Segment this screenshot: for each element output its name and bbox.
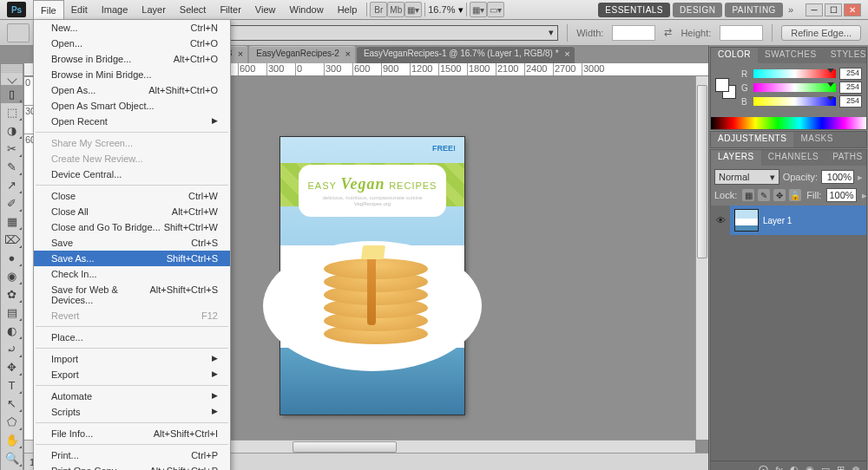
menu-item-open-recent[interactable]: Open Recent▶ [34, 114, 230, 129]
tool-15[interactable]: ✥ [1, 358, 23, 376]
lock-option-icon[interactable]: ✎ [758, 189, 770, 201]
menu-view[interactable]: View [248, 0, 283, 19]
workspace-essentials[interactable]: ESSENTIALS [598, 3, 670, 17]
screen-mode-icon[interactable]: ▭▾ [487, 2, 504, 17]
layers-footer-icon[interactable]: 🗑 [852, 465, 861, 471]
panel-tab-styles[interactable]: STYLES [824, 48, 868, 63]
view-extras-icon[interactable]: ▦▾ [404, 2, 422, 17]
layers-footer-icon[interactable]: ⊞ [837, 464, 845, 470]
menu-item-file-info[interactable]: File Info...Alt+Shift+Ctrl+I [34, 426, 230, 441]
tool-6[interactable]: ✐ [1, 194, 23, 212]
layer-name[interactable]: Layer 1 [763, 216, 792, 225]
tool-9[interactable]: ● [1, 249, 23, 267]
menu-item-print[interactable]: Print...Ctrl+P [34, 447, 230, 463]
menu-item-close[interactable]: CloseCtrl+W [34, 188, 230, 204]
arrange-documents-icon[interactable]: ▦▾ [470, 2, 487, 17]
color-ramp[interactable] [711, 117, 866, 129]
menu-item-scripts[interactable]: Scripts▶ [34, 404, 230, 420]
tool-4[interactable]: ✎ [1, 158, 23, 176]
layer-thumbnail[interactable] [734, 209, 759, 232]
tool-11[interactable]: ✿ [1, 285, 23, 304]
panel-tab-adjustments[interactable]: ADJUSTMENTS [711, 132, 793, 147]
menu-item-open[interactable]: Open...Ctrl+O [34, 36, 230, 51]
color-swatch[interactable] [715, 78, 736, 99]
mode-select[interactable]: Normal▾ [183, 25, 558, 41]
menu-item-print-one-copy[interactable]: Print One CopyAlt+Shift+Ctrl+P [34, 463, 230, 470]
scrollbar-vertical[interactable] [695, 76, 708, 440]
layers-footer-icon[interactable]: ◐ [790, 464, 799, 470]
tool-3[interactable]: ✂ [1, 140, 23, 158]
lock-option-icon[interactable]: 🔒 [789, 189, 801, 201]
menu-item-export[interactable]: Export▶ [34, 367, 230, 382]
blend-mode-select[interactable]: Normal▾ [714, 169, 779, 185]
menu-item-close-and-go-to-bridge[interactable]: Close and Go To Bridge...Shift+Ctrl+W [34, 219, 230, 235]
menu-item-device-central[interactable]: Device Central... [34, 166, 230, 182]
tool-13[interactable]: ◐ [1, 322, 23, 340]
menu-item-close-all[interactable]: Close AllAlt+Ctrl+W [34, 204, 230, 219]
tool-8[interactable]: ⌦ [1, 231, 23, 249]
menu-item-automate[interactable]: Automate▶ [34, 388, 230, 404]
tool-20[interactable]: 🔍 [1, 449, 23, 467]
workspace-painting[interactable]: PAINTING [725, 3, 782, 17]
fill-input[interactable]: 100% [826, 188, 856, 202]
tool-19[interactable]: ✋ [1, 431, 23, 449]
b-slider[interactable] [753, 97, 836, 106]
menu-help[interactable]: Help [331, 0, 365, 19]
width-field[interactable] [612, 25, 655, 41]
panel-tab-masks[interactable]: MASKS [793, 132, 840, 147]
tool-0[interactable]: ▯ [1, 85, 23, 103]
height-field[interactable] [720, 25, 763, 41]
minimize-button[interactable]: ─ [806, 3, 823, 16]
tool-preset-icon[interactable] [7, 23, 30, 42]
lock-option-icon[interactable]: ✥ [773, 189, 786, 201]
menu-select[interactable]: Select [173, 0, 214, 19]
menu-edit[interactable]: Edit [64, 0, 95, 19]
menu-item-open-as-smart-object[interactable]: Open As Smart Object... [34, 98, 230, 114]
close-button[interactable]: ✕ [844, 3, 861, 16]
workspace-more[interactable]: » [788, 4, 793, 15]
bridge-icon[interactable]: Br [370, 2, 387, 17]
menu-window[interactable]: Window [283, 0, 331, 19]
b-value[interactable]: 254 [839, 95, 862, 108]
tool-17[interactable]: ↖ [1, 395, 23, 413]
zoom-level-text[interactable]: 16.7% [428, 4, 455, 15]
tools-collapse-icon[interactable] [7, 74, 16, 83]
panel-tab-swatches[interactable]: SWATCHES [758, 48, 824, 63]
tool-16[interactable]: T [1, 376, 23, 395]
opacity-input[interactable]: 100% [821, 170, 854, 184]
tool-7[interactable]: ▦ [1, 212, 23, 231]
menu-item-open-as[interactable]: Open As...Alt+Shift+Ctrl+O [34, 82, 230, 98]
menu-layer[interactable]: Layer [135, 0, 173, 19]
menu-item-browse-in-bridge[interactable]: Browse in Bridge...Alt+Ctrl+O [34, 51, 230, 67]
tool-14[interactable]: ⤾ [1, 340, 23, 358]
layers-footer-icon[interactable]: ⨀ [759, 464, 768, 470]
menu-item-import[interactable]: Import▶ [34, 351, 230, 367]
menu-item-check-in[interactable]: Check In... [34, 266, 230, 282]
minibridge-icon[interactable]: Mb [387, 2, 404, 17]
menu-item-save-for-web-devices[interactable]: Save for Web & Devices...Alt+Shift+Ctrl+… [34, 282, 230, 308]
layer-visibility-icon[interactable]: 👁 [711, 206, 730, 235]
tool-12[interactable]: ▤ [1, 304, 23, 322]
layers-footer-icon[interactable]: ▭ [821, 464, 830, 470]
close-tab-icon[interactable]: × [564, 49, 569, 59]
layers-footer-icon[interactable]: fx [775, 465, 783, 471]
document-tab[interactable]: EasyVeganRecipes-1 @ 16.7% (Layer 1, RGB… [357, 46, 575, 63]
document-canvas[interactable]: FREE! EASY Vegan RECIPES delicious, nutr… [280, 137, 464, 415]
close-tab-icon[interactable]: × [238, 49, 243, 59]
menu-item-browse-in-mini-bridge[interactable]: Browse in Mini Bridge... [34, 67, 230, 82]
layer-row[interactable]: 👁 Layer 1 [711, 206, 866, 235]
menu-item-save[interactable]: SaveCtrl+S [34, 235, 230, 251]
menu-filter[interactable]: Filter [213, 0, 247, 19]
workspace-design[interactable]: DESIGN [673, 3, 722, 17]
layers-footer-icon[interactable]: ◉ [806, 464, 814, 470]
r-value[interactable]: 254 [839, 68, 862, 80]
g-value[interactable]: 254 [839, 82, 862, 94]
g-slider[interactable] [753, 83, 836, 92]
tool-18[interactable]: ⬠ [1, 413, 23, 431]
panel-tab-paths[interactable]: PATHS [825, 150, 868, 166]
menu-image[interactable]: Image [95, 0, 135, 19]
link-wh-icon[interactable]: ⇄ [664, 27, 672, 38]
panel-tab-color[interactable]: COLOR [711, 48, 758, 63]
panel-tab-layers[interactable]: LAYERS [711, 150, 761, 166]
menu-item-place[interactable]: Place... [34, 330, 230, 345]
